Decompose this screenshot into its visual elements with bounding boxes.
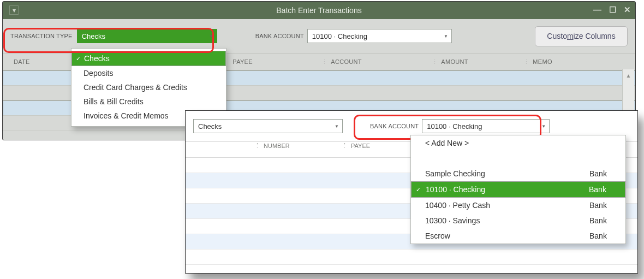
chevron-down-icon: ▼ [444, 34, 448, 39]
minimize-icon[interactable]: — [593, 5, 601, 15]
close-icon[interactable]: ✕ [624, 5, 631, 15]
tt-option-checks[interactable]: ✓Checks [71, 51, 226, 66]
customize-columns-label: Customize Columns [547, 32, 615, 40]
titlebar: ▾ Batch Enter Transactions — ☐ ✕ [3, 2, 635, 19]
maximize-icon[interactable]: ☐ [609, 5, 616, 15]
col-amount: AMOUNT [441, 58, 468, 65]
ba-blank [411, 151, 625, 166]
chevron-down-icon: ▼ [335, 124, 339, 129]
col-account: ACCOUNT [331, 58, 362, 65]
col-payee: PAYEE [232, 58, 253, 65]
overlay-transaction-type-select[interactable]: Checks ▼ [193, 119, 343, 133]
col-number: NUMBER [264, 143, 290, 149]
col-memo: MEMO [533, 58, 552, 65]
transaction-type-value: Checks [82, 32, 105, 40]
overlay-ba-value: 10100 · Checking [427, 122, 482, 130]
ba-option-savings[interactable]: 10300 · SavingsBank [411, 213, 625, 228]
overlay-bank-account-select[interactable]: 10100 · Checking ▼ [422, 119, 550, 133]
bank-account-label: BANK ACCOUNT [255, 33, 304, 39]
ba-option-escrow[interactable]: EscrowBank [411, 228, 625, 244]
col-date: DATE [14, 58, 30, 65]
window-menu-icon[interactable]: ▾ [9, 5, 19, 15]
bank-account-select[interactable]: 10100 · Checking ▼ [307, 29, 452, 43]
bank-account-value: 10100 · Checking [312, 32, 367, 40]
tt-option-deposits[interactable]: Deposits [71, 66, 226, 80]
ba-add-new[interactable]: < Add New > [411, 135, 625, 151]
tt-option-bills[interactable]: Bills & Bill Credits [71, 94, 226, 109]
overlay-bank-account-label: BANK ACCOUNT [370, 123, 419, 129]
table-row[interactable] [186, 250, 637, 265]
transaction-type-label: TRANSACTION TYPE [10, 33, 73, 39]
col-payee: PAYEE [351, 143, 370, 149]
scroll-up-icon[interactable]: ▲ [623, 69, 634, 81]
customize-columns-button[interactable]: Customize Columns [535, 26, 628, 46]
tt-option-cc[interactable]: Credit Card Charges & Credits [71, 80, 226, 94]
ba-option-checking[interactable]: ✓10100 · CheckingBank [411, 181, 625, 198]
transaction-type-select[interactable]: Checks ▼ [77, 29, 217, 43]
ba-option-sample[interactable]: Sample CheckingBank [411, 166, 625, 181]
check-icon: ✓ [416, 186, 421, 193]
chevron-down-icon: ▼ [209, 34, 213, 39]
chevron-down-icon: ▼ [541, 124, 546, 129]
check-icon: ✓ [76, 55, 81, 62]
ba-option-petty[interactable]: 10400 · Petty CashBank [411, 198, 625, 213]
window-title: Batch Enter Transactions [3, 6, 635, 15]
bank-account-menu: < Add New > Sample CheckingBank ✓10100 ·… [410, 135, 626, 244]
overlay-tt-value: Checks [198, 122, 222, 130]
